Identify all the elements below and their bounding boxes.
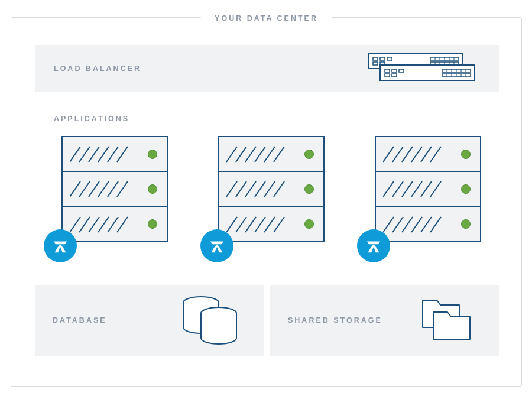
svg-line-48 — [70, 217, 80, 232]
svg-line-69 — [255, 217, 265, 232]
svg-line-55 — [236, 147, 246, 162]
shared-storage-panel: SHARED STORAGE — [270, 285, 499, 356]
svg-line-57 — [255, 147, 265, 162]
svg-line-42 — [70, 181, 80, 197]
svg-line-77 — [430, 147, 441, 162]
application-server — [203, 136, 327, 260]
server-slot — [376, 137, 480, 172]
server-rack-icon — [61, 136, 168, 242]
svg-line-78 — [383, 181, 394, 197]
hatch-pattern — [226, 179, 291, 199]
svg-line-82 — [421, 181, 432, 197]
svg-line-54 — [226, 147, 237, 162]
hatch-pattern — [383, 215, 448, 235]
svg-line-53 — [117, 217, 128, 232]
server-slot — [63, 207, 167, 241]
load-balancer-panel: LOAD BALANCER — [35, 45, 499, 92]
atlassian-icon — [44, 229, 77, 262]
svg-line-36 — [70, 147, 80, 162]
hatch-pattern — [226, 144, 291, 164]
atlassian-icon — [357, 229, 390, 262]
status-light-icon — [461, 184, 471, 194]
svg-line-63 — [255, 181, 265, 197]
hatch-pattern — [383, 179, 448, 199]
svg-line-83 — [430, 181, 441, 197]
svg-line-39 — [98, 147, 109, 162]
svg-line-72 — [383, 147, 394, 162]
svg-line-80 — [402, 181, 413, 197]
svg-line-89 — [430, 217, 441, 232]
status-light-icon — [148, 150, 157, 159]
load-balancer-label: LOAD BALANCER — [54, 64, 141, 73]
svg-line-79 — [392, 181, 403, 197]
hatch-pattern — [383, 144, 448, 164]
shared-storage-label: SHARED STORAGE — [288, 316, 382, 324]
application-server — [360, 136, 484, 260]
svg-line-84 — [383, 217, 394, 232]
status-light-icon — [148, 184, 157, 194]
status-light-icon — [304, 184, 314, 194]
svg-line-49 — [79, 217, 90, 232]
svg-line-76 — [421, 147, 432, 162]
application-servers-row — [47, 136, 484, 260]
svg-line-71 — [274, 217, 284, 232]
rack-unit-icon — [362, 51, 481, 86]
status-light-icon — [461, 150, 471, 159]
svg-line-60 — [226, 181, 237, 197]
status-light-icon — [304, 219, 314, 229]
application-server — [47, 136, 171, 260]
svg-line-37 — [79, 147, 90, 162]
server-slot — [63, 137, 167, 172]
frame-title-wrap: YOUR DATA CENTER — [200, 12, 332, 23]
svg-line-58 — [264, 147, 275, 162]
svg-line-40 — [108, 147, 118, 162]
database-panel: DATABASE — [35, 285, 264, 356]
hatch-pattern — [70, 215, 135, 235]
svg-line-44 — [89, 181, 99, 197]
status-light-icon — [461, 219, 471, 229]
frame-title: YOUR DATA CENTER — [215, 14, 318, 22]
database-label: DATABASE — [53, 316, 107, 324]
svg-line-87 — [411, 217, 422, 232]
server-slot — [63, 172, 167, 207]
data-center-frame: YOUR DATA CENTER LOAD BALANCER — [11, 17, 522, 387]
svg-line-52 — [108, 217, 118, 232]
server-rack-icon — [218, 136, 325, 242]
svg-line-50 — [89, 217, 99, 232]
svg-line-38 — [89, 147, 99, 162]
atlassian-icon — [200, 229, 233, 262]
status-light-icon — [304, 150, 314, 159]
server-slot — [376, 207, 480, 241]
server-slot — [219, 137, 323, 172]
folders-icon — [411, 294, 482, 347]
server-slot — [219, 172, 323, 207]
svg-line-81 — [411, 181, 422, 197]
svg-line-64 — [264, 181, 275, 197]
svg-line-46 — [108, 181, 118, 197]
database-disks-icon — [176, 294, 246, 347]
svg-line-74 — [402, 147, 413, 162]
svg-line-41 — [117, 147, 128, 162]
hatch-pattern — [70, 144, 135, 164]
svg-line-43 — [79, 181, 90, 197]
svg-line-85 — [392, 217, 403, 232]
svg-line-75 — [411, 147, 422, 162]
hatch-pattern — [70, 179, 135, 199]
svg-line-51 — [98, 217, 109, 232]
svg-line-66 — [226, 217, 237, 232]
svg-line-61 — [236, 181, 246, 197]
applications-label: APPLICATIONS — [54, 115, 129, 123]
server-rack-icon — [375, 136, 481, 242]
svg-line-88 — [421, 217, 432, 232]
svg-line-45 — [98, 181, 109, 197]
hatch-pattern — [226, 215, 291, 235]
svg-line-67 — [236, 217, 246, 232]
svg-line-70 — [264, 217, 275, 232]
server-slot — [219, 207, 323, 241]
svg-line-86 — [402, 217, 413, 232]
svg-line-59 — [274, 147, 284, 162]
svg-line-56 — [245, 147, 256, 162]
svg-line-73 — [392, 147, 403, 162]
status-light-icon — [148, 219, 157, 229]
server-slot — [376, 172, 480, 207]
